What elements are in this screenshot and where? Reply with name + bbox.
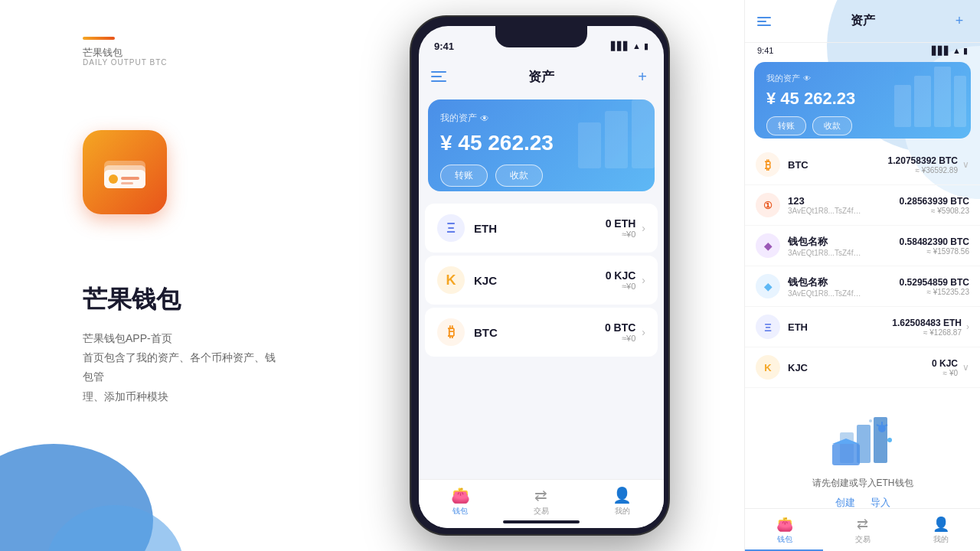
right-wallet2-addr: 3AvEQt1R8...TsZ4fpaRQ <box>788 289 864 298</box>
svg-rect-6 <box>578 122 601 168</box>
right-btc-arrow: ∨ <box>962 159 969 170</box>
right-signal-icon: ▋▋▋ <box>932 46 950 56</box>
btc-icon: ₿ <box>437 318 465 346</box>
right-wallet-nav-label: 钱包 <box>777 534 792 545</box>
right-coin-eth[interactable]: Ξ ETH 1.62508483 ETH ≈ ¥1268.87 › <box>745 307 980 347</box>
svg-rect-15 <box>874 417 887 463</box>
kjc-arrow: › <box>642 274 645 286</box>
import-wallet-link[interactable]: 导入 <box>871 496 890 510</box>
right-wallet1-name: 钱包名称 <box>788 235 900 249</box>
phone-header: 资产 + <box>419 60 664 93</box>
right-profile-nav-label: 我的 <box>933 534 949 545</box>
right-coin-wallet1[interactable]: ◆ 钱包名称 3AvEQt1R8...TsZ4fpaRQ 0.58482390 … <box>745 226 980 266</box>
btc-name: BTC <box>474 326 498 339</box>
menu-icon[interactable] <box>431 67 449 86</box>
eye-icon: 👁 <box>480 113 489 124</box>
right-eth-balance: 1.62508483 ETH ≈ ¥1268.87 <box>892 318 962 337</box>
right-123-icon: ① <box>756 193 780 217</box>
left-section: 芒果钱包 DAILY OUTPUT BTC 芒果钱包 芒果钱包APP-首页 首页… <box>0 0 429 551</box>
right-eth-arrow: › <box>966 321 969 332</box>
right-wallet2-balance: 0.52954859 BTC ≈ ¥15235.23 <box>900 277 969 296</box>
nav-transaction[interactable]: ⇄ 交易 <box>534 486 549 517</box>
transaction-nav-label: 交易 <box>534 506 549 517</box>
wallet-nav-icon: 👛 <box>451 486 470 504</box>
right-battery-icon: ▮ <box>963 46 968 56</box>
right-coin-wallet2[interactable]: ◆ 钱包名称 3AvEQt1R8...TsZ4fpaRQ 0.52954859 … <box>745 266 980 307</box>
right-123-info: 123 3AvEQt1R8...TsZ4fpaRQ <box>788 195 900 215</box>
right-eye-icon: 👁 <box>803 74 811 83</box>
wallet-nav-label: 钱包 <box>452 506 468 517</box>
right-123-balance: 0.28563939 BTC ≈ ¥5908.23 <box>900 196 969 215</box>
coin-item-btc[interactable]: ₿ BTC 0 BTC ≈¥0 › <box>425 308 658 357</box>
home-indicator <box>503 520 580 523</box>
right-header-title: 资产 <box>851 13 875 29</box>
add-button[interactable]: + <box>633 67 652 86</box>
right-receive-button[interactable]: 收款 <box>812 116 852 135</box>
phone-screen: 9:41 ▋▋▋ ▲ ▮ 资产 + <box>419 26 664 528</box>
right-header: 资产 + <box>745 0 980 43</box>
status-icons: ▋▋▋ ▲ ▮ <box>611 41 648 51</box>
coin-item-eth[interactable]: Ξ ETH 0 ETH ≈¥0 › <box>425 204 658 253</box>
svg-rect-5 <box>121 182 133 184</box>
right-menu-icon[interactable] <box>757 13 774 30</box>
right-wallet2-icon: ◆ <box>756 274 780 298</box>
svg-rect-10 <box>914 76 931 127</box>
right-kjc-balance: 0 KJC ≈ ¥0 <box>932 358 958 377</box>
right-coin-btc[interactable]: ₿ BTC 1.20758392 BTC ≈ ¥36592.89 ∨ <box>745 145 980 185</box>
svg-point-23 <box>869 419 872 422</box>
right-btc-name: BTC <box>788 159 888 171</box>
right-wallet1-addr: 3AvEQt1R8...TsZ4fpaRQ <box>788 249 864 257</box>
right-wallet1-icon: ◆ <box>756 233 780 258</box>
asset-card-bg <box>563 99 655 184</box>
nav-wallet[interactable]: 👛 钱包 <box>451 486 470 517</box>
receive-button-phone[interactable]: 收款 <box>495 165 543 187</box>
phone-mockup: 9:41 ▋▋▋ ▲ ▮ 资产 + <box>410 15 670 536</box>
right-wifi-icon: ▲ <box>952 46 961 56</box>
phone-notch <box>495 26 587 47</box>
wifi-icon: ▲ <box>632 41 641 51</box>
right-statusbar: 9:41 ▋▋▋ ▲ ▮ <box>745 43 980 56</box>
svg-rect-16 <box>832 444 860 465</box>
profile-nav-label: 我的 <box>615 506 630 517</box>
btc-arrow: › <box>642 326 645 338</box>
right-create-text: 请先创建或导入ETH钱包 <box>812 477 913 490</box>
right-transfer-button[interactable]: 转账 <box>766 116 806 135</box>
create-wallet-link[interactable]: 创建 <box>835 496 855 510</box>
svg-rect-11 <box>934 67 951 127</box>
right-123-name: 123 <box>788 195 900 207</box>
brand-sub: DAILY OUTPUT BTC <box>83 58 167 67</box>
right-123-addr: 3AvEQt1R8...TsZ4fpaRQ <box>788 207 864 215</box>
transfer-button-phone[interactable]: 转账 <box>440 165 488 187</box>
app-desc: 芒果钱包APP-首页 首页包含了我的资产、各个币种资产、钱包管 理、添加币种模块 <box>83 329 282 406</box>
nav-profile[interactable]: 👤 我的 <box>612 486 632 517</box>
transaction-nav-icon: ⇄ <box>534 486 547 504</box>
right-coin-kjc[interactable]: K KJC 0 KJC ≈ ¥0 ∨ <box>745 347 980 388</box>
right-create-wallet: 请先创建或导入ETH钱包 创建 导入 <box>745 397 980 522</box>
right-add-button[interactable]: + <box>951 13 968 30</box>
right-wallet2-info: 钱包名称 3AvEQt1R8...TsZ4fpaRQ <box>788 276 900 298</box>
svg-rect-4 <box>121 177 139 180</box>
right-wallet2-name: 钱包名称 <box>788 276 900 289</box>
right-kjc-name: KJC <box>788 362 932 373</box>
asset-card: 我的资产 👁 ¥ 45 262.23 转账 收款 <box>428 99 655 191</box>
phone-outer: 9:41 ▋▋▋ ▲ ▮ 资产 + <box>410 15 670 536</box>
right-kjc-arrow: ∨ <box>962 362 969 373</box>
svg-rect-12 <box>954 76 966 127</box>
eth-arrow: › <box>642 222 645 234</box>
kjc-name: KJC <box>474 274 497 287</box>
svg-rect-7 <box>605 111 628 168</box>
right-kjc-icon: K <box>756 355 780 380</box>
right-kjc-info: KJC <box>788 362 932 373</box>
right-eth-icon: Ξ <box>756 315 780 339</box>
svg-marker-17 <box>832 439 860 444</box>
right-btc-icon: ₿ <box>756 152 780 177</box>
right-coin-123[interactable]: ① 123 3AvEQt1R8...TsZ4fpaRQ 0.28563939 B… <box>745 185 980 226</box>
eth-balance: 0 ETH ≈¥0 <box>606 217 636 239</box>
eth-name: ETH <box>474 222 497 235</box>
accent-line <box>83 37 115 40</box>
coin-item-kjc[interactable]: K KJC 0 KJC ≈¥0 › <box>425 256 658 305</box>
signal-icon: ▋▋▋ <box>611 41 629 51</box>
svg-rect-8 <box>632 99 655 168</box>
right-btc-balance: 1.20758392 BTC ≈ ¥36592.89 <box>888 155 958 174</box>
app-icon-svg <box>98 145 152 199</box>
